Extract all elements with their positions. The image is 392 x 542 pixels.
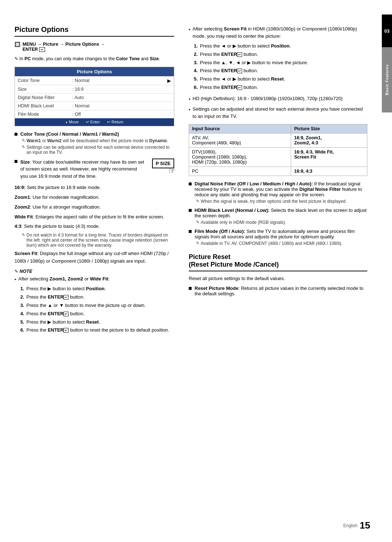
- film-mode-section: Film Mode (Off / Auto): Sets the TV to a…: [189, 229, 367, 246]
- table-footer: ⬧ Move ↵ Enter ↩ Return: [15, 118, 174, 126]
- reset-text: Reset Picture Mode: Returns all picture …: [195, 286, 367, 296]
- reset-desc: Reset all picture settings to the defaul…: [189, 275, 367, 283]
- pencil-icon4: ✎: [196, 199, 199, 204]
- hdmi-screen-fit-text: After selecting Screen Fit in HDMI (1080…: [193, 25, 367, 40]
- list-item: 4. Press the ENTER↵ button.: [20, 310, 174, 318]
- step2-text: Press the ENTER↵ button.: [26, 293, 85, 301]
- pencil-icon2: ✎: [22, 145, 25, 149]
- hand-pointer-icon: ☞: [168, 166, 176, 176]
- numbered-list: 1. Press the ▶ button to select Position…: [20, 285, 174, 334]
- list-item: 5. Press the ◄ or ▶ button to select Res…: [194, 75, 367, 83]
- digital-noise-bullet: Digital Noise Filter (Off / Low / Medium…: [189, 181, 367, 197]
- zoom1-text: Zoom1: Use for moderate magnification.: [15, 194, 174, 201]
- hdmi-step3: Press the ▲, ▼, ◄ or ▶ button to move th…: [200, 59, 308, 67]
- po-color-tone-value: : Normal: [69, 77, 164, 85]
- hdmi-step4: Press the ENTER↵ button.: [200, 67, 258, 75]
- note-bullet1: • After selecting Zoom1, Zoom2 or Wide F…: [15, 275, 174, 283]
- picture-options-table: Picture Options Color Tone : Normal ▶ Si…: [15, 67, 174, 126]
- 4-3-note-text: Do not watch in 4:3 format for a long ti…: [26, 233, 174, 248]
- table-row: Digital Noise Filter : Auto: [15, 93, 174, 102]
- size-main: Size: Your cable box/satellite receiver …: [15, 159, 174, 181]
- note-label: ✎ NOTE: [15, 269, 174, 274]
- bullet-dot-icon: •: [15, 276, 16, 283]
- input-source-table: Input Source Picture Size ATV, AV,Compon…: [189, 124, 367, 176]
- film-mode-bullet: Film Mode (Off / Auto): Sets the TV to a…: [189, 229, 367, 239]
- right-sidebar: 03 Basic Features: [382, 15, 392, 527]
- po-hdmi-label: HDMI Black Level: [15, 102, 69, 110]
- menu-path: 🔲 MENU → Picture → Picture Options → ENT…: [15, 42, 174, 52]
- pencil-icon3: ✎: [22, 233, 25, 237]
- footer-enter: ↵ Enter: [86, 120, 100, 124]
- color-tone-section: Color Tone (Cool / Normal / Warm1 / Warm…: [15, 131, 174, 155]
- chapter-number-bar: 03: [382, 15, 392, 47]
- 4-3-note: ✎ Do not watch in 4:3 format for a long …: [22, 233, 174, 248]
- pencil-note: ✎: [15, 269, 18, 274]
- language-text: English: [343, 523, 358, 528]
- color-tone-title: Color Tone (Cool / Normal / Warm1 / Warm…: [20, 131, 119, 137]
- list-item: 6. Press the ENTER↵ button to reset the …: [20, 327, 174, 334]
- size-section: Size: Your cable box/satellite receiver …: [15, 159, 174, 265]
- list-item: 3. Press the ▲, ▼, ◄ or ▶ button to move…: [194, 59, 367, 67]
- hdmi-black-text: HDMI Black Level (Normal / Low): Selects…: [195, 208, 367, 218]
- list-item: 3. Press the ▲ or ▼ button to move the p…: [20, 302, 174, 309]
- zoom2-text: Zoom2: Use for a stronger magnification.: [15, 204, 174, 211]
- reset-bullet: Reset Picture Mode: Returns all picture …: [189, 286, 367, 296]
- po-dnf-value: : Auto: [69, 94, 168, 102]
- size-dtv: 16:9, 4:3, Wide Fit,Screen Fit: [291, 148, 367, 167]
- settings-note-text: Settings can be adjusted and stored for …: [193, 106, 367, 120]
- chapter-label-text: Basic Features: [385, 64, 389, 95]
- table-row: Size : 16:9: [15, 85, 174, 93]
- table-header: Picture Options: [15, 67, 174, 76]
- screen-fit-text: Screen Fit: Displays the full image with…: [15, 250, 174, 265]
- reset-title: Picture Reset(Reset Picture Mode /Cancel…: [189, 253, 367, 271]
- bullet-icon: [189, 287, 192, 290]
- source-atv: ATV, AV,Component (480i, 480p): [189, 134, 291, 148]
- note-bullet1-text: After selecting Zoom1, Zoom2 or Wide Fit…: [19, 275, 110, 283]
- source-pc: PC: [189, 167, 291, 176]
- note-label-text: NOTE: [20, 269, 32, 274]
- menu-icon: 🔲: [15, 42, 20, 47]
- chapter-number: 03: [384, 28, 389, 34]
- right-column: • After selecting Screen Fit in HDMI (10…: [185, 25, 367, 513]
- digital-noise-section: Digital Noise Filter (Off / Low / Medium…: [189, 181, 367, 204]
- digital-noise-text: Digital Noise Filter (Off / Low / Medium…: [195, 181, 367, 197]
- chapter-label-bar: Basic Features: [382, 47, 392, 112]
- table-row: HDMI Black Level : Normal: [15, 102, 174, 110]
- section-title: Picture Options: [15, 25, 174, 37]
- hdmi-black-sub: ✎ Available only in HDMI mode (RGB signa…: [196, 220, 367, 225]
- hdmi-steps-list: 1. Press the ◄ or ▶ button to select Pos…: [194, 42, 367, 91]
- bullet-dot-icon: •: [189, 26, 191, 33]
- p-size-label: P SIZE: [156, 161, 171, 166]
- hdmi-black-bullet: HDMI Black Level (Normal / Low): Selects…: [189, 208, 367, 218]
- bullet-dot-icon: •: [189, 106, 191, 114]
- table-row: ATV, AV,Component (480i, 480p) 16:9, Zoo…: [189, 134, 367, 148]
- step1-text: Press the ▶ button to select Position.: [26, 285, 106, 293]
- color-tone-sub1-text: Warm1 or Warm2 will be deactivated when …: [26, 138, 168, 143]
- po-film-value: : Off: [69, 110, 168, 118]
- hd-note-text: HD (High Definition): 16:9 - 1080i/1080p…: [193, 95, 343, 102]
- table-header-size: Picture Size: [291, 124, 367, 134]
- bullet-icon: [15, 160, 17, 163]
- 4-3-text: 4:3: Sets the picture to basic (4:3) mod…: [15, 223, 174, 230]
- bullet-icon: [189, 230, 192, 233]
- list-item: 4. Press the ENTER↵ button.: [194, 67, 367, 75]
- hdmi-step2: Press the ENTER↵ button.: [200, 51, 258, 58]
- table-row: PC 16:9, 4:3: [189, 167, 367, 176]
- source-dtv: DTV(1080i),Component (1080i, 1080p),HDMI…: [189, 148, 291, 167]
- settings-note: • Settings can be adjusted and stored fo…: [189, 106, 367, 120]
- hdmi-black-section: HDMI Black Level (Normal / Low): Selects…: [189, 208, 367, 225]
- footer-move: ⬧ Move: [65, 120, 79, 124]
- hdmi-step6: Press the ENTER↵ button.: [200, 84, 258, 91]
- list-item: 5. Press the ▶ button to select Reset.: [20, 319, 174, 326]
- hdmi-black-sub-text: Available only in HDMI mode (RGB signals…: [201, 220, 286, 225]
- p-size-button-container: P SIZE ☞: [148, 159, 174, 168]
- color-tone-sub2-text: Settings can be adjusted and stored for …: [26, 145, 174, 155]
- po-film-label: Film Mode: [15, 110, 69, 118]
- left-column: Picture Options 🔲 MENU → Picture → Pictu…: [15, 25, 185, 513]
- digital-noise-sub-text: When the signal is weak, try other optio…: [201, 199, 347, 204]
- step6-text: Press the ENTER↵ button to reset the pic…: [26, 327, 169, 334]
- footer-return: ↩ Return: [107, 120, 123, 124]
- film-mode-sub-text: Available in TV, AV, COMPONENT (480i / 1…: [201, 241, 342, 246]
- po-color-tone-label: Color Tone: [15, 77, 69, 85]
- list-item: 1. Press the ◄ or ▶ button to select Pos…: [194, 42, 367, 50]
